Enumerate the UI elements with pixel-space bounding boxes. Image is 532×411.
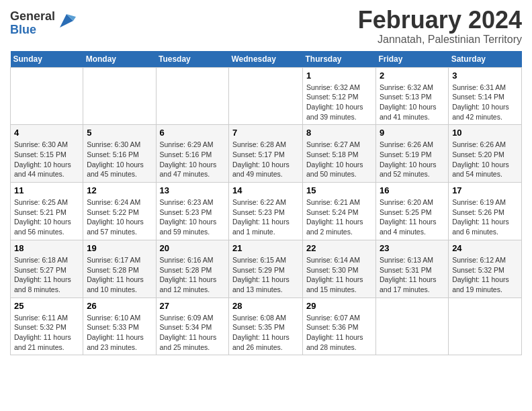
- day-info: Sunrise: 6:09 AM Sunset: 5:34 PM Dayligh…: [160, 313, 226, 353]
- month-title: February 2024: [358, 7, 522, 34]
- weekday-header-row: SundayMondayTuesdayWednesdayThursdayFrid…: [11, 51, 522, 68]
- day-info: Sunrise: 6:08 AM Sunset: 5:35 PM Dayligh…: [232, 313, 299, 353]
- calendar-cell: 29Sunrise: 6:07 AM Sunset: 5:36 PM Dayli…: [302, 298, 375, 355]
- weekday-header-friday: Friday: [375, 51, 448, 68]
- calendar-cell: 22Sunrise: 6:14 AM Sunset: 5:30 PM Dayli…: [302, 240, 375, 298]
- day-number: 16: [380, 185, 445, 195]
- calendar-cell: 16Sunrise: 6:20 AM Sunset: 5:25 PM Dayli…: [375, 183, 448, 240]
- calendar-week-row: 1Sunrise: 6:32 AM Sunset: 5:12 PM Daylig…: [11, 67, 522, 125]
- day-info: Sunrise: 6:26 AM Sunset: 5:20 PM Dayligh…: [452, 140, 518, 179]
- weekday-header-monday: Monday: [83, 51, 156, 68]
- day-number: 1: [306, 71, 372, 81]
- day-info: Sunrise: 6:32 AM Sunset: 5:13 PM Dayligh…: [380, 83, 445, 122]
- day-number: 8: [306, 128, 372, 138]
- day-number: 6: [160, 128, 226, 138]
- calendar-week-row: 18Sunrise: 6:18 AM Sunset: 5:27 PM Dayli…: [11, 240, 522, 298]
- calendar-cell: [229, 67, 303, 125]
- day-number: 3: [452, 71, 518, 81]
- calendar-cell: 21Sunrise: 6:15 AM Sunset: 5:29 PM Dayli…: [229, 240, 303, 298]
- day-info: Sunrise: 6:25 AM Sunset: 5:21 PM Dayligh…: [14, 197, 79, 237]
- calendar-cell: 28Sunrise: 6:08 AM Sunset: 5:35 PM Dayli…: [229, 298, 303, 355]
- day-info: Sunrise: 6:15 AM Sunset: 5:29 PM Dayligh…: [232, 255, 299, 295]
- day-info: Sunrise: 6:11 AM Sunset: 5:32 PM Dayligh…: [14, 313, 79, 353]
- day-number: 29: [306, 301, 372, 311]
- day-info: Sunrise: 6:13 AM Sunset: 5:31 PM Dayligh…: [380, 255, 445, 295]
- calendar-cell: 10Sunrise: 6:26 AM Sunset: 5:20 PM Dayli…: [449, 125, 522, 183]
- day-info: Sunrise: 6:07 AM Sunset: 5:36 PM Dayligh…: [306, 313, 372, 353]
- calendar-cell: 19Sunrise: 6:17 AM Sunset: 5:28 PM Dayli…: [83, 240, 156, 298]
- day-number: 21: [232, 243, 299, 253]
- calendar-week-row: 25Sunrise: 6:11 AM Sunset: 5:32 PM Dayli…: [11, 298, 522, 355]
- day-info: Sunrise: 6:12 AM Sunset: 5:32 PM Dayligh…: [452, 255, 518, 295]
- day-number: 23: [380, 243, 445, 253]
- calendar-cell: [156, 67, 229, 125]
- day-number: 27: [160, 301, 226, 311]
- weekday-header-wednesday: Wednesday: [229, 51, 303, 68]
- calendar-cell: [11, 67, 83, 125]
- header: General Blue February 2024 Jannatah, Pal…: [10, 7, 522, 46]
- day-number: 10: [452, 128, 518, 138]
- day-info: Sunrise: 6:20 AM Sunset: 5:25 PM Dayligh…: [380, 197, 445, 237]
- calendar-cell: 20Sunrise: 6:16 AM Sunset: 5:28 PM Dayli…: [156, 240, 229, 298]
- calendar-cell: 7Sunrise: 6:28 AM Sunset: 5:17 PM Daylig…: [229, 125, 303, 183]
- day-number: 26: [87, 301, 152, 311]
- day-info: Sunrise: 6:28 AM Sunset: 5:17 PM Dayligh…: [232, 140, 299, 179]
- calendar-cell: 8Sunrise: 6:27 AM Sunset: 5:18 PM Daylig…: [302, 125, 375, 183]
- day-info: Sunrise: 6:32 AM Sunset: 5:12 PM Dayligh…: [306, 83, 372, 122]
- day-info: Sunrise: 6:29 AM Sunset: 5:16 PM Dayligh…: [160, 140, 226, 179]
- calendar-cell: 18Sunrise: 6:18 AM Sunset: 5:27 PM Dayli…: [11, 240, 83, 298]
- calendar-cell: [449, 298, 522, 355]
- day-info: Sunrise: 6:27 AM Sunset: 5:18 PM Dayligh…: [306, 140, 372, 179]
- day-info: Sunrise: 6:21 AM Sunset: 5:24 PM Dayligh…: [306, 197, 372, 237]
- day-number: 7: [232, 128, 299, 138]
- calendar-cell: 4Sunrise: 6:30 AM Sunset: 5:15 PM Daylig…: [11, 125, 83, 183]
- calendar-cell: 14Sunrise: 6:22 AM Sunset: 5:23 PM Dayli…: [229, 183, 303, 240]
- day-info: Sunrise: 6:26 AM Sunset: 5:19 PM Dayligh…: [380, 140, 445, 179]
- calendar-cell: 6Sunrise: 6:29 AM Sunset: 5:16 PM Daylig…: [156, 125, 229, 183]
- calendar-cell: [375, 298, 448, 355]
- day-info: Sunrise: 6:10 AM Sunset: 5:33 PM Dayligh…: [87, 313, 152, 353]
- calendar-cell: 24Sunrise: 6:12 AM Sunset: 5:32 PM Dayli…: [449, 240, 522, 298]
- logo-icon: [57, 11, 76, 30]
- logo: General Blue: [10, 10, 76, 37]
- day-info: Sunrise: 6:30 AM Sunset: 5:16 PM Dayligh…: [87, 140, 152, 179]
- day-number: 9: [380, 128, 445, 138]
- calendar-cell: 27Sunrise: 6:09 AM Sunset: 5:34 PM Dayli…: [156, 298, 229, 355]
- calendar-cell: 17Sunrise: 6:19 AM Sunset: 5:26 PM Dayli…: [449, 183, 522, 240]
- calendar-week-row: 11Sunrise: 6:25 AM Sunset: 5:21 PM Dayli…: [11, 183, 522, 240]
- calendar-week-row: 4Sunrise: 6:30 AM Sunset: 5:15 PM Daylig…: [11, 125, 522, 183]
- day-info: Sunrise: 6:17 AM Sunset: 5:28 PM Dayligh…: [87, 255, 152, 295]
- calendar-cell: 15Sunrise: 6:21 AM Sunset: 5:24 PM Dayli…: [302, 183, 375, 240]
- day-number: 28: [232, 301, 299, 311]
- day-number: 18: [14, 243, 79, 253]
- calendar-cell: 5Sunrise: 6:30 AM Sunset: 5:16 PM Daylig…: [83, 125, 156, 183]
- day-number: 20: [160, 243, 226, 253]
- weekday-header-thursday: Thursday: [302, 51, 375, 68]
- day-number: 13: [160, 185, 226, 195]
- day-number: 5: [87, 128, 152, 138]
- calendar-cell: 2Sunrise: 6:32 AM Sunset: 5:13 PM Daylig…: [375, 67, 448, 125]
- logo-blue-text: Blue: [10, 24, 55, 37]
- calendar-table: SundayMondayTuesdayWednesdayThursdayFrid…: [10, 51, 522, 356]
- day-info: Sunrise: 6:24 AM Sunset: 5:22 PM Dayligh…: [87, 197, 152, 237]
- logo-general-text: General: [10, 10, 55, 24]
- day-number: 14: [232, 185, 299, 195]
- calendar-cell: 9Sunrise: 6:26 AM Sunset: 5:19 PM Daylig…: [375, 125, 448, 183]
- calendar-cell: 1Sunrise: 6:32 AM Sunset: 5:12 PM Daylig…: [302, 67, 375, 125]
- day-number: 4: [14, 128, 79, 138]
- title-area: February 2024 Jannatah, Palestinian Terr…: [358, 7, 522, 46]
- weekday-header-sunday: Sunday: [11, 51, 83, 68]
- location-title: Jannatah, Palestinian Territory: [358, 34, 522, 46]
- day-info: Sunrise: 6:18 AM Sunset: 5:27 PM Dayligh…: [14, 255, 79, 295]
- day-number: 2: [380, 71, 445, 81]
- weekday-header-saturday: Saturday: [449, 51, 522, 68]
- calendar-cell: 25Sunrise: 6:11 AM Sunset: 5:32 PM Dayli…: [11, 298, 83, 355]
- day-number: 22: [306, 243, 372, 253]
- weekday-header-tuesday: Tuesday: [156, 51, 229, 68]
- day-number: 25: [14, 301, 79, 311]
- calendar-cell: 11Sunrise: 6:25 AM Sunset: 5:21 PM Dayli…: [11, 183, 83, 240]
- day-number: 24: [452, 243, 518, 253]
- calendar-cell: [83, 67, 156, 125]
- day-info: Sunrise: 6:19 AM Sunset: 5:26 PM Dayligh…: [452, 197, 518, 237]
- day-number: 11: [14, 185, 79, 195]
